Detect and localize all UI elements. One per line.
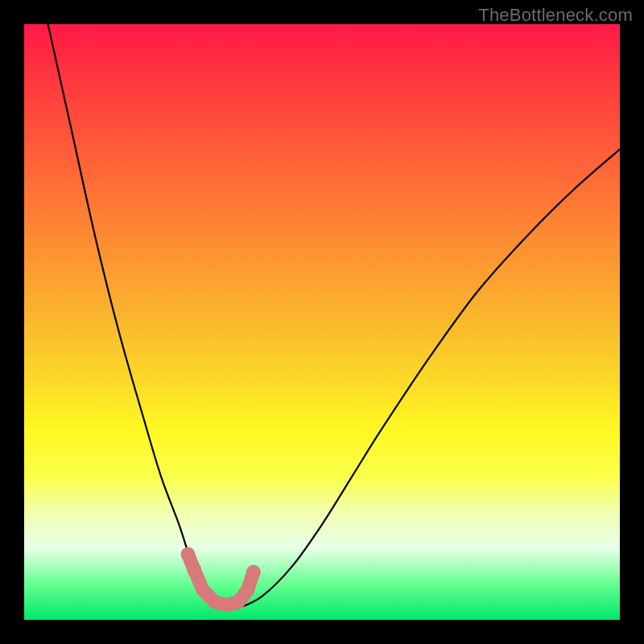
watermark-text: TheBottleneck.com (478, 5, 633, 26)
chart-plot-area (24, 24, 620, 620)
optimal-zone-dot (181, 547, 196, 562)
optimal-zone-dot (246, 565, 261, 580)
bottleneck-curve-line (48, 24, 620, 609)
optimal-zone-dot (187, 562, 201, 576)
optimal-zone-highlight (181, 547, 261, 605)
optimal-zone-stroke (188, 555, 254, 605)
chart-svg (24, 24, 620, 620)
optimal-zone-dot (241, 583, 255, 597)
